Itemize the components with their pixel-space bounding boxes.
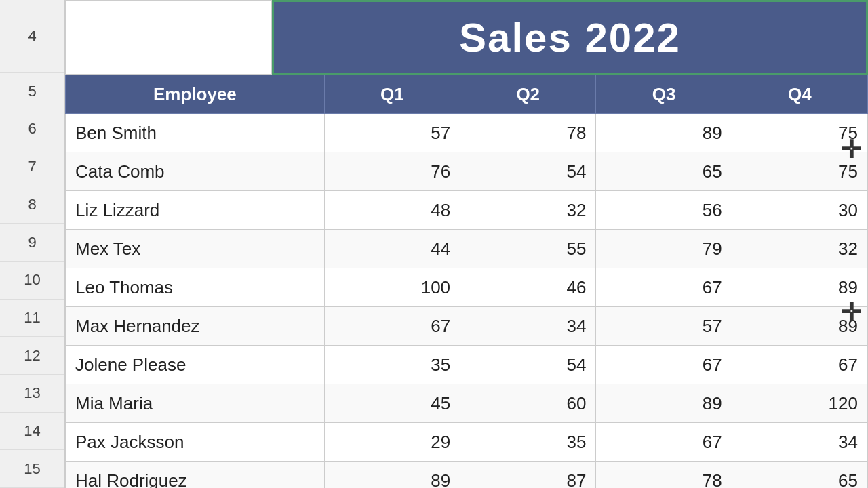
q3-cell: 57 — [596, 307, 732, 346]
q1-cell: 35 — [324, 346, 460, 384]
table-row: Jolene Please35546767 — [66, 346, 868, 384]
q1-cell: 76 — [324, 152, 460, 191]
q3-cell: 67 — [596, 423, 732, 462]
q3-cell: 89 — [596, 384, 732, 423]
row-number: 10 — [0, 262, 64, 300]
table-header-row: Employee Q1 Q2 Q3 Q4 — [66, 75, 868, 114]
q2-cell: 34 — [460, 307, 596, 346]
employee-name-cell: Max Hernandez — [66, 307, 325, 346]
q1-cell: 48 — [324, 191, 460, 230]
q2-cell: 60 — [460, 384, 596, 423]
q3-cell: 56 — [596, 191, 732, 230]
q1-cell: 89 — [324, 462, 460, 489]
row-number: 8 — [0, 186, 64, 224]
row-number: 4 — [0, 0, 64, 73]
spreadsheet-title: Sales 2022 — [459, 14, 681, 61]
q4-cell: 34 — [732, 423, 867, 462]
q1-cell: 45 — [324, 384, 460, 423]
table-row: Cata Comb76546575 — [66, 152, 868, 191]
q1-cell: 100 — [324, 268, 460, 307]
title-cell: Sales 2022 — [272, 0, 868, 75]
table-row: Ben Smith57788975 — [66, 114, 868, 152]
table-row: Hal Rodriguez89877865 — [66, 462, 868, 489]
q4-cell: 65 — [732, 462, 867, 489]
q3-cell: 67 — [596, 268, 732, 307]
title-row: Sales 2022 — [65, 0, 868, 75]
q4-cell: 67 — [732, 346, 867, 384]
sales-table: Employee Q1 Q2 Q3 Q4 Ben Smith57788975Ca… — [65, 75, 868, 488]
q3-cell: 89 — [596, 114, 732, 152]
q1-cell: 57 — [324, 114, 460, 152]
employee-name-cell: Leo Thomas — [66, 268, 325, 307]
employee-name-cell: Pax Jacksson — [66, 423, 325, 462]
q2-cell: 35 — [460, 423, 596, 462]
q2-cell: 54 — [460, 346, 596, 384]
cursor-plus2-icon: ✛ — [841, 298, 861, 327]
employee-name-cell: Mex Tex — [66, 230, 325, 268]
employee-name-cell: Cata Comb — [66, 152, 325, 191]
column-header-employee: Employee — [66, 75, 325, 114]
cursor-plus-icon: ✛ — [841, 136, 861, 164]
table-row: Mex Tex44557932 — [66, 230, 868, 268]
q1-cell: 29 — [324, 423, 460, 462]
table-row: Liz Lizzard48325630 — [66, 191, 868, 230]
q4-cell: 30 — [732, 191, 867, 230]
spreadsheet-area: Sales 2022 Employee Q1 Q2 Q3 Q4 Ben Smit… — [65, 0, 868, 488]
row-number-column: 456789101112131415 — [0, 0, 65, 488]
q2-cell: 55 — [460, 230, 596, 268]
q2-cell: 46 — [460, 268, 596, 307]
row-number: 15 — [0, 450, 64, 488]
q1-cell: 67 — [324, 307, 460, 346]
employee-name-cell: Mia Maria — [66, 384, 325, 423]
q3-cell: 78 — [596, 462, 732, 489]
row-number: 14 — [0, 413, 64, 451]
table-row: Pax Jacksson29356734 — [66, 423, 868, 462]
employee-name-cell: Liz Lizzard — [66, 191, 325, 230]
table-row: Mia Maria456089120 — [66, 384, 868, 423]
q2-cell: 78 — [460, 114, 596, 152]
employee-name-cell: Jolene Please — [66, 346, 325, 384]
q2-cell: 54 — [460, 152, 596, 191]
q3-cell: 67 — [596, 346, 732, 384]
row-number: 13 — [0, 375, 64, 413]
q2-cell: 32 — [460, 191, 596, 230]
row-number: 9 — [0, 224, 64, 262]
table-row: Max Hernandez67345789 — [66, 307, 868, 346]
row-number: 6 — [0, 110, 64, 148]
table-row: Leo Thomas100466789 — [66, 268, 868, 307]
q1-cell: 44 — [324, 230, 460, 268]
column-header-q4: Q4 — [732, 75, 867, 114]
row-number: 7 — [0, 148, 64, 186]
column-header-q1: Q1 — [324, 75, 460, 114]
employee-name-cell: Hal Rodriguez — [66, 462, 325, 489]
row-number: 11 — [0, 300, 64, 338]
q3-cell: 79 — [596, 230, 732, 268]
title-empty-cell — [65, 0, 272, 75]
q2-cell: 87 — [460, 462, 596, 489]
q3-cell: 65 — [596, 152, 732, 191]
employee-name-cell: Ben Smith — [66, 114, 325, 152]
column-header-q3: Q3 — [596, 75, 732, 114]
row-number: 12 — [0, 337, 64, 375]
column-header-q2: Q2 — [460, 75, 596, 114]
row-number: 5 — [0, 73, 64, 110]
q4-cell: 32 — [732, 230, 867, 268]
q4-cell: 120 — [732, 384, 867, 423]
